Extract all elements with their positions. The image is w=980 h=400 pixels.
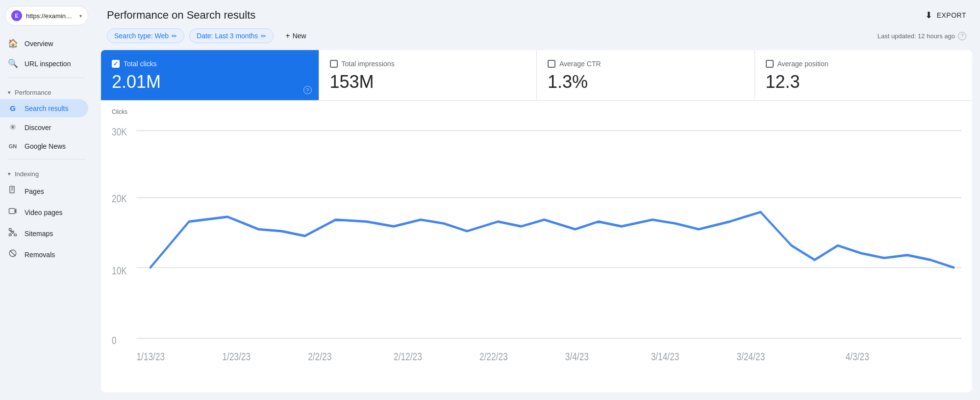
content-card: ✓ Total clicks 2.01M ? Total impressions… <box>101 50 972 392</box>
metric-card-average-ctr[interactable]: Average CTR 1.3% ? <box>537 50 755 100</box>
sidebar-item-search-results[interactable]: G Search results <box>0 99 88 117</box>
sitemaps-icon <box>8 228 18 239</box>
average-position-help-icon[interactable]: ? <box>957 86 965 94</box>
new-label: New <box>293 32 306 40</box>
average-position-label: Average position <box>778 60 829 68</box>
metric-card-total-clicks[interactable]: ✓ Total clicks 2.01M ? <box>101 50 319 100</box>
last-updated: Last updated: 12 hours ago ? <box>878 32 966 40</box>
sidebar-item-google-news-label: Google News <box>25 142 66 150</box>
performance-section-header[interactable]: ▾ Performance <box>0 82 93 99</box>
metric-card-average-position[interactable]: Average position 12.3 ? <box>755 50 973 100</box>
search-icon: 🔍 <box>8 58 18 69</box>
video-pages-icon <box>8 207 18 218</box>
new-filter-button[interactable]: + New <box>278 28 313 43</box>
sidebar-item-discover-label: Discover <box>25 124 51 132</box>
sidebar-item-overview[interactable]: 🏠 Overview <box>0 33 88 53</box>
svg-text:1/23/23: 1/23/23 <box>222 350 251 362</box>
pages-icon <box>8 186 18 197</box>
chart-area: Clicks 30K 20K 10K 0 1/13/23 1/23/23 <box>101 101 972 392</box>
edit-search-type-icon: ✏ <box>172 32 177 40</box>
svg-rect-3 <box>9 229 12 231</box>
sidebar-item-removals[interactable]: Removals <box>0 244 88 265</box>
divider-2 <box>8 159 85 160</box>
svg-text:3/24/23: 3/24/23 <box>737 350 765 362</box>
sidebar-item-pages-label: Pages <box>25 187 44 195</box>
svg-text:2/2/23: 2/2/23 <box>308 350 331 362</box>
search-type-label: Search type: Web <box>114 32 169 40</box>
site-selector[interactable]: E https://examine.com/ ▾ <box>5 6 88 26</box>
main-header: Performance on Search results ⬇ EXPORT <box>93 0 980 27</box>
date-filter[interactable]: Date: Last 3 months ✏ <box>189 28 274 43</box>
chevron-down-icon: ▾ <box>79 13 82 19</box>
total-impressions-value: 153M <box>330 72 526 92</box>
indexing-collapse-icon: ▾ <box>8 171 11 177</box>
site-favicon: E <box>11 10 22 21</box>
sidebar-item-sitemaps[interactable]: Sitemaps <box>0 223 88 244</box>
main-content: Performance on Search results ⬇ EXPORT S… <box>93 0 980 400</box>
average-ctr-checkbox[interactable] <box>548 60 555 68</box>
edit-date-icon: ✏ <box>261 32 266 40</box>
total-clicks-value: 2.01M <box>112 72 308 92</box>
search-type-filter[interactable]: Search type: Web ✏ <box>107 28 184 43</box>
discover-icon: ✳ <box>8 122 18 133</box>
performance-chart: 30K 20K 10K 0 1/13/23 1/23/23 2/2/23 2/1… <box>112 116 961 384</box>
svg-text:3/14/23: 3/14/23 <box>651 350 679 362</box>
svg-text:3/4/23: 3/4/23 <box>565 350 589 362</box>
sidebar-item-removals-label: Removals <box>25 251 55 259</box>
svg-text:1/13/23: 1/13/23 <box>136 350 165 362</box>
sidebar-item-google-news[interactable]: GN Google News <box>0 137 88 155</box>
export-icon: ⬇ <box>925 10 933 21</box>
sidebar-item-discover[interactable]: ✳ Discover <box>0 117 88 137</box>
indexing-section-label: Indexing <box>15 170 39 178</box>
svg-rect-5 <box>9 234 12 236</box>
average-position-value: 12.3 <box>766 72 962 92</box>
sidebar: E https://examine.com/ ▾ 🏠 Overview 🔍 UR… <box>0 0 93 400</box>
collapse-icon: ▾ <box>8 89 11 96</box>
total-impressions-checkbox[interactable] <box>330 60 338 68</box>
date-label: Date: Last 3 months <box>197 32 258 40</box>
svg-text:0: 0 <box>112 334 117 346</box>
average-ctr-label: Average CTR <box>559 60 601 68</box>
last-updated-help-icon[interactable]: ? <box>958 32 966 40</box>
svg-rect-6 <box>14 234 17 236</box>
metric-card-total-impressions[interactable]: Total impressions 153M ? <box>319 50 537 100</box>
average-ctr-help-icon[interactable]: ? <box>739 86 748 94</box>
sidebar-item-overview-label: Overview <box>25 40 53 48</box>
svg-rect-1 <box>9 209 15 214</box>
sidebar-item-video-pages-label: Video pages <box>25 209 63 216</box>
total-clicks-label: Total clicks <box>124 60 157 68</box>
page-title: Performance on Search results <box>107 9 255 22</box>
total-clicks-help-icon[interactable]: ? <box>303 86 312 94</box>
total-impressions-help-icon[interactable]: ? <box>521 86 529 94</box>
svg-text:20K: 20K <box>112 193 127 205</box>
sidebar-item-pages[interactable]: Pages <box>0 181 88 202</box>
indexing-section-header[interactable]: ▾ Indexing <box>0 163 93 181</box>
sidebar-item-sitemaps-label: Sitemaps <box>25 230 53 238</box>
svg-text:2/12/23: 2/12/23 <box>394 350 422 362</box>
sidebar-item-video-pages[interactable]: Video pages <box>0 202 88 223</box>
svg-line-8 <box>10 250 15 256</box>
svg-text:10K: 10K <box>112 265 127 276</box>
google-g-icon: G <box>8 104 18 112</box>
chart-y-label: Clicks <box>112 108 961 115</box>
svg-text:2/22/23: 2/22/23 <box>479 350 508 362</box>
export-label: EXPORT <box>937 11 966 19</box>
export-button[interactable]: ⬇ EXPORT <box>925 10 966 21</box>
plus-icon: + <box>285 31 290 40</box>
filters-bar: Search type: Web ✏ Date: Last 3 months ✏… <box>93 27 980 50</box>
divider-1 <box>8 78 85 78</box>
total-impressions-label: Total impressions <box>342 60 395 68</box>
site-url-label: https://examine.com/ <box>26 12 75 20</box>
sidebar-item-url-inspection[interactable]: 🔍 URL inspection <box>0 53 88 74</box>
home-icon: 🏠 <box>8 38 18 49</box>
performance-section-label: Performance <box>15 89 51 96</box>
sidebar-item-url-inspection-label: URL inspection <box>25 60 71 68</box>
metric-cards: ✓ Total clicks 2.01M ? Total impressions… <box>101 50 972 101</box>
svg-text:4/3/23: 4/3/23 <box>846 350 869 362</box>
total-clicks-checkbox[interactable]: ✓ <box>112 60 120 68</box>
removals-icon <box>8 249 18 260</box>
sidebar-item-search-results-label: Search results <box>25 105 68 112</box>
average-position-checkbox[interactable] <box>766 60 774 68</box>
chart-container: 30K 20K 10K 0 1/13/23 1/23/23 2/2/23 2/1… <box>112 116 961 384</box>
svg-text:30K: 30K <box>112 126 127 137</box>
